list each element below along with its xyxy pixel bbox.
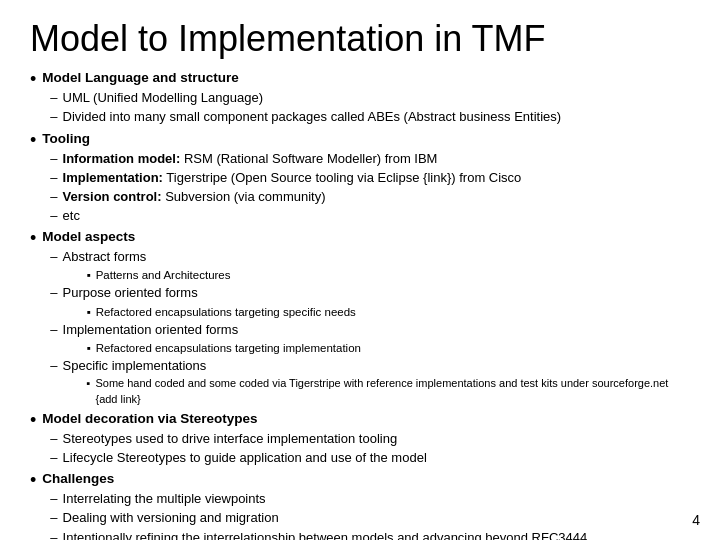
challenge-item-3-text: Intentionally refining the interrelation…	[63, 529, 588, 540]
bullet-dot-4: •	[30, 410, 36, 432]
section-model-language-title: Model Language and structure	[42, 70, 239, 85]
aspect-item-2-sub-text: Refactored encapsulations targeting spec…	[96, 304, 356, 320]
aspect-item-2-group: Purpose oriented forms ▪ Refactored enca…	[63, 284, 356, 319]
lang-item-2: – Divided into many small component pack…	[50, 108, 690, 126]
section-model-language: • Model Language and structure – UML (Un…	[30, 69, 690, 126]
tool-item-4: – etc	[50, 207, 690, 225]
section-challenges-title: Challenges	[42, 471, 114, 486]
tool-item-1-text: Information model: RSM (Rational Softwar…	[63, 150, 438, 168]
bullet-dot-2: •	[30, 130, 36, 152]
section-model-decoration: • Model decoration via Stereotypes – Ste…	[30, 410, 690, 467]
tool-item-4-text: etc	[63, 207, 80, 225]
tool-item-1: – Information model: RSM (Rational Softw…	[50, 150, 690, 168]
aspect-item-4-sub: ▪ Some hand coded and some coded via Tig…	[87, 376, 690, 407]
slide-title: Model to Implementation in TMF	[30, 18, 690, 59]
bullet-dot-3: •	[30, 228, 36, 250]
slide: Model to Implementation in TMF • Model L…	[0, 0, 720, 540]
lang-item-2-text: Divided into many small component packag…	[63, 108, 562, 126]
challenge-item-1-text: Interrelating the multiple viewpoints	[63, 490, 266, 508]
aspect-item-4-group: Specific implementations ▪ Some hand cod…	[63, 357, 690, 407]
lang-item-1-text: UML (Unified Modelling Language)	[63, 89, 263, 107]
aspect-item-1-sub: ▪ Patterns and Architectures	[87, 267, 231, 283]
deco-item-2: – Lifecycle Stereotypes to guide applica…	[50, 449, 690, 467]
tool-item-3-text: Version control: Subversion (via communi…	[63, 188, 326, 206]
aspect-item-3: – Implementation oriented forms ▪ Refact…	[50, 321, 690, 356]
aspect-item-1-group: Abstract forms ▪ Patterns and Architectu…	[63, 248, 231, 283]
tool-item-1-rest: RSM (Rational Software Modeller) from IB…	[180, 151, 437, 166]
challenge-item-2-text: Dealing with versioning and migration	[63, 509, 279, 527]
section-challenges: • Challenges – Interrelating the multipl…	[30, 470, 690, 540]
aspect-item-1-text: Abstract forms	[63, 249, 147, 264]
tool-item-2: – Implementation: Tigerstripe (Open Sour…	[50, 169, 690, 187]
aspect-item-4: – Specific implementations ▪ Some hand c…	[50, 357, 690, 407]
tool-item-1-bold: Information model:	[63, 151, 181, 166]
tool-item-2-rest: Tigerstripe (Open Source tooling via Ecl…	[163, 170, 521, 185]
aspect-item-2: – Purpose oriented forms ▪ Refactored en…	[50, 284, 690, 319]
deco-item-1: – Stereotypes used to drive interface im…	[50, 430, 690, 448]
page-number: 4	[692, 512, 700, 528]
section-model-aspects-title: Model aspects	[42, 229, 135, 244]
section-model-decoration-title: Model decoration via Stereotypes	[42, 411, 257, 426]
tool-item-3: – Version control: Subversion (via commu…	[50, 188, 690, 206]
aspect-item-2-sub: ▪ Refactored encapsulations targeting sp…	[87, 304, 356, 320]
section-model-decoration-content: Model decoration via Stereotypes – Stere…	[42, 410, 690, 467]
section-model-aspects-content: Model aspects – Abstract forms ▪ Pattern…	[42, 228, 690, 407]
section-tooling-content: Tooling – Information model: RSM (Ration…	[42, 130, 690, 226]
section-model-language-content: Model Language and structure – UML (Unif…	[42, 69, 690, 126]
aspect-item-3-sub: ▪ Refactored encapsulations targeting im…	[87, 340, 361, 356]
challenge-item-2: – Dealing with versioning and migration	[50, 509, 690, 527]
tool-item-3-bold: Version control:	[63, 189, 162, 204]
bullet-dot-1: •	[30, 69, 36, 91]
lang-item-1: – UML (Unified Modelling Language)	[50, 89, 690, 107]
aspect-item-3-sub-text: Refactored encapsulations targeting impl…	[96, 340, 361, 356]
deco-item-1-text: Stereotypes used to drive interface impl…	[63, 430, 398, 448]
challenge-item-1: – Interrelating the multiple viewpoints	[50, 490, 690, 508]
section-model-aspects: • Model aspects – Abstract forms ▪ Patte…	[30, 228, 690, 407]
aspect-item-4-sub-text: Some hand coded and some coded via Tiger…	[95, 376, 690, 407]
tool-item-2-bold: Implementation:	[63, 170, 163, 185]
tool-item-2-text: Implementation: Tigerstripe (Open Source…	[63, 169, 522, 187]
aspect-item-2-text: Purpose oriented forms	[63, 285, 198, 300]
section-challenges-content: Challenges – Interrelating the multiple …	[42, 470, 690, 540]
section-tooling: • Tooling – Information model: RSM (Rati…	[30, 130, 690, 226]
slide-content: • Model Language and structure – UML (Un…	[30, 69, 690, 540]
aspect-item-4-text: Specific implementations	[63, 358, 207, 373]
tool-item-3-rest: Subversion (via community)	[162, 189, 326, 204]
deco-item-2-text: Lifecycle Stereotypes to guide applicati…	[63, 449, 427, 467]
aspect-item-1: – Abstract forms ▪ Patterns and Architec…	[50, 248, 690, 283]
challenge-item-3: – Intentionally refining the interrelati…	[50, 529, 690, 540]
section-tooling-title: Tooling	[42, 131, 90, 146]
bullet-dot-5: •	[30, 470, 36, 492]
aspect-item-1-sub-text: Patterns and Architectures	[96, 267, 231, 283]
aspect-item-3-group: Implementation oriented forms ▪ Refactor…	[63, 321, 361, 356]
aspect-item-3-text: Implementation oriented forms	[63, 322, 239, 337]
